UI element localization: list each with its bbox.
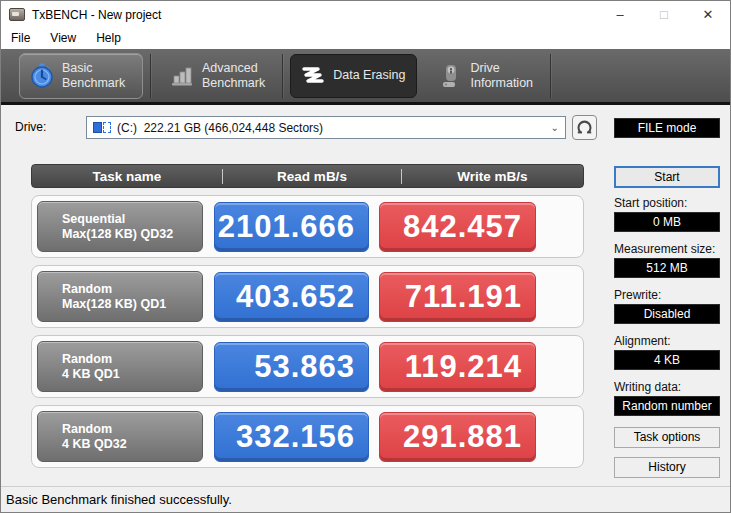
- write-value: 842.457: [379, 202, 536, 252]
- table-row: Random4 KB QD32 332.156 291.881: [31, 405, 584, 468]
- tab-driveinfo-label: DriveInformation: [471, 61, 534, 91]
- start-position-value[interactable]: 0 MB: [614, 212, 720, 232]
- txbench-window: TxBENCH - New project – □ ✕ File View He…: [0, 0, 731, 513]
- read-value: 403.652: [214, 272, 369, 322]
- tab-advanced-benchmark[interactable]: AdvancedBenchmark: [160, 53, 275, 99]
- drive-select[interactable]: (C:) 222.21 GB (466,024,448 Sectors) ⌄: [86, 116, 566, 139]
- read-value: 53.863: [214, 342, 369, 392]
- task-options-button[interactable]: Task options: [614, 427, 720, 448]
- header-divider: [401, 169, 402, 184]
- status-message: Basic Benchmark finished successfully.: [6, 492, 232, 507]
- task-label: Random4 KB QD1: [37, 341, 203, 392]
- stopwatch-icon: [30, 63, 54, 89]
- tab-separator: [150, 54, 151, 98]
- tab-advanced-label: AdvancedBenchmark: [202, 61, 265, 91]
- tab-separator: [282, 54, 283, 98]
- prewrite-label: Prewrite:: [614, 288, 720, 302]
- table-header: Task name Read mB/s Write mB/s: [31, 164, 584, 188]
- table-row: SequentialMax(128 KB) QD32 2101.666 842.…: [31, 195, 584, 258]
- erase-zigzag-icon: [301, 66, 325, 86]
- task-label: SequentialMax(128 KB) QD32: [37, 201, 203, 252]
- write-value: 119.214: [379, 342, 536, 392]
- tab-drive-information[interactable]: DriveInformation: [429, 53, 544, 99]
- drive-partition-icon: [93, 122, 111, 133]
- tab-erasing-label: Data Erasing: [333, 68, 405, 83]
- read-value: 332.156: [214, 412, 369, 462]
- window-title: TxBENCH - New project: [32, 8, 161, 22]
- tab-basic-benchmark[interactable]: BasicBenchmark: [19, 53, 143, 99]
- app-icon: [9, 8, 25, 21]
- drive-selected-value: (C:) 222.21 GB (466,024,448 Sectors): [117, 121, 323, 135]
- drive-label: Drive:: [15, 120, 46, 134]
- table-row: Random4 KB QD1 53.863 119.214: [31, 335, 584, 398]
- write-value: 291.881: [379, 412, 536, 462]
- writing-data-value[interactable]: Random number: [614, 396, 720, 416]
- alignment-label: Alignment:: [614, 334, 720, 348]
- tab-basic-label: BasicBenchmark: [62, 61, 125, 91]
- menu-help[interactable]: Help: [86, 28, 131, 49]
- refresh-drives-button[interactable]: [572, 115, 597, 140]
- close-button[interactable]: ✕: [686, 1, 730, 28]
- results-table: Task name Read mB/s Write mB/s Sequentia…: [31, 164, 584, 468]
- tab-strip: BasicBenchmark AdvancedBenchmark Data Er…: [1, 49, 730, 105]
- task-label: Random4 KB QD32: [37, 411, 203, 462]
- window-controls: – □ ✕: [598, 1, 730, 28]
- content-area: Drive: (C:) 222.21 GB (466,024,448 Secto…: [1, 105, 730, 488]
- tab-data-erasing[interactable]: Data Erasing: [290, 54, 416, 98]
- measurement-size-label: Measurement size:: [614, 242, 720, 256]
- refresh-icon: [576, 119, 593, 136]
- task-label: RandomMax(128 KB) QD1: [37, 271, 203, 322]
- measurement-size-value[interactable]: 512 MB: [614, 258, 720, 278]
- drive-info-icon: [439, 63, 463, 89]
- start-position-label: Start position:: [614, 196, 720, 210]
- status-bar: Basic Benchmark finished successfully.: [1, 486, 730, 512]
- start-button[interactable]: Start: [614, 166, 720, 188]
- header-write: Write mB/s: [402, 169, 583, 184]
- tab-separator: [550, 54, 551, 98]
- header-divider: [222, 169, 223, 184]
- minimize-button[interactable]: –: [598, 1, 642, 28]
- maximize-button[interactable]: □: [642, 1, 686, 28]
- alignment-value[interactable]: 4 KB: [614, 350, 720, 370]
- table-row: RandomMax(128 KB) QD1 403.652 711.191: [31, 265, 584, 328]
- prewrite-value[interactable]: Disabled: [614, 304, 720, 324]
- menu-view[interactable]: View: [40, 28, 86, 49]
- chevron-down-icon: ⌄: [551, 122, 559, 133]
- menu-file[interactable]: File: [1, 28, 40, 49]
- header-read: Read mB/s: [223, 169, 401, 184]
- write-value: 711.191: [379, 272, 536, 322]
- title-bar: TxBENCH - New project – □ ✕: [1, 1, 730, 28]
- writing-data-label: Writing data:: [614, 380, 720, 394]
- history-button[interactable]: History: [614, 457, 720, 478]
- settings-panel: Start Start position: 0 MB Measurement s…: [614, 105, 720, 488]
- menu-bar: File View Help: [1, 28, 730, 49]
- bar-chart-icon: [170, 65, 194, 87]
- read-value: 2101.666: [214, 202, 369, 252]
- header-task-name: Task name: [32, 169, 222, 184]
